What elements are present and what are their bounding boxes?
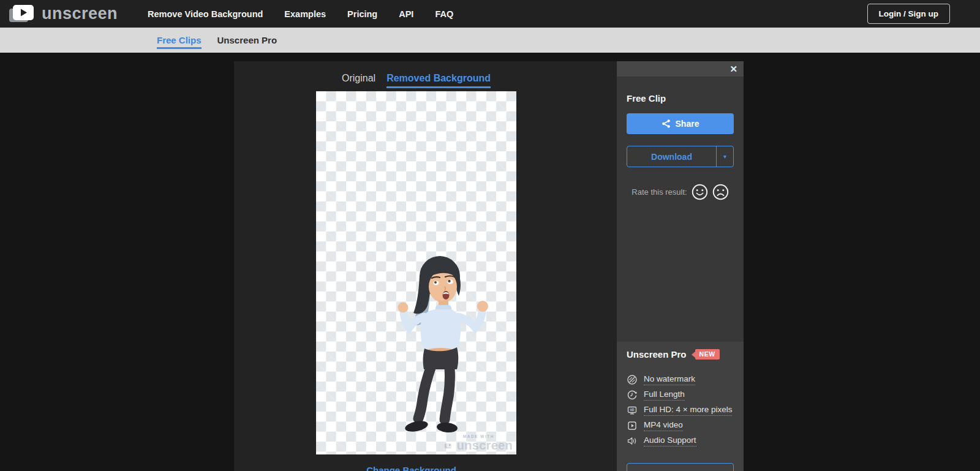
pro-feature-list: No watermark Full Length HD Full (627, 373, 734, 448)
chevron-down-icon: ⌄ (459, 465, 466, 471)
sad-face-icon (712, 184, 729, 200)
close-icon[interactable]: ✕ (729, 64, 737, 73)
rate-positive-button[interactable] (692, 184, 708, 200)
unscreen-pro-section: Unscreen Pro NEW No watermark (617, 342, 744, 471)
unscreen-logo[interactable]: unscreen (9, 4, 118, 23)
play-square-icon (627, 420, 638, 431)
subnav-bar: Free Clips Unscreen Pro (0, 28, 980, 53)
process-with-pro-button[interactable]: Process with Pro (627, 463, 734, 471)
tab-free-clips[interactable]: Free Clips (157, 35, 202, 49)
nav-item-remove-video-background[interactable]: Remove Video Background (148, 9, 263, 19)
nav-item-examples[interactable]: Examples (284, 9, 326, 19)
rate-label: Rate this result: (631, 187, 687, 197)
tab-unscreen-pro[interactable]: Unscreen Pro (217, 35, 277, 45)
share-button[interactable]: Share (627, 113, 734, 134)
share-icon (662, 119, 671, 129)
unscreen-logo-icon (9, 4, 36, 23)
dancing-character-illustration (391, 252, 498, 435)
sidebar-header: ✕ (617, 61, 744, 77)
happy-face-icon (692, 184, 708, 200)
feature-mp4-video[interactable]: MP4 video (627, 419, 734, 432)
unscreen-watermark: MADE WITH unscreen (445, 434, 513, 453)
nav-item-pricing[interactable]: Pricing (347, 9, 377, 19)
watermark-logo-icon (445, 442, 454, 450)
result-sidebar: ✕ Free Clip Share Download ▾ Rate this r… (617, 61, 744, 471)
hd-monitor-icon: HD (627, 405, 638, 416)
tab-removed-background[interactable]: Removed Background (386, 73, 491, 88)
login-signup-button[interactable]: Login / Sign up (867, 4, 950, 24)
watermark-brand-text: unscreen (457, 439, 513, 453)
brand-name: unscreen (42, 4, 118, 23)
viewer-tabs: Original Removed Background (316, 61, 516, 91)
svg-text:HD: HD (630, 409, 635, 412)
speaker-icon (627, 435, 638, 447)
feature-audio-support[interactable]: Audio Support (627, 434, 734, 448)
feature-full-hd[interactable]: HD Full HD: 4 × more pixels (627, 404, 734, 417)
video-preview[interactable]: MADE WITH unscreen (316, 91, 516, 454)
change-background-link[interactable]: Change Background ⌄ (316, 465, 516, 471)
nav-item-api[interactable]: API (399, 9, 413, 19)
download-button[interactable]: Download (627, 146, 716, 167)
nav-item-faq[interactable]: FAQ (435, 9, 453, 19)
top-navbar: unscreen Remove Video Background Example… (0, 0, 980, 28)
feature-full-length[interactable]: Full Length (627, 388, 734, 402)
rate-result-row: Rate this result: (627, 184, 734, 200)
watermark-small-text: MADE WITH (445, 434, 513, 439)
no-watermark-icon (627, 374, 638, 385)
pro-section-title: Unscreen Pro (627, 349, 687, 360)
download-options-caret-icon[interactable]: ▾ (716, 146, 733, 167)
main-nav: Remove Video Background Examples Pricing… (148, 9, 453, 19)
tab-original[interactable]: Original (342, 73, 375, 88)
clock-icon (627, 390, 638, 401)
feature-no-watermark[interactable]: No watermark (627, 373, 734, 386)
rate-negative-button[interactable] (712, 184, 729, 200)
download-split-button: Download ▾ (627, 146, 734, 167)
clip-type-title: Free Clip (627, 93, 734, 104)
clip-stage: Original Removed Background (316, 61, 516, 471)
new-badge: NEW (695, 349, 720, 360)
clip-panel: Original Removed Background (234, 61, 617, 471)
